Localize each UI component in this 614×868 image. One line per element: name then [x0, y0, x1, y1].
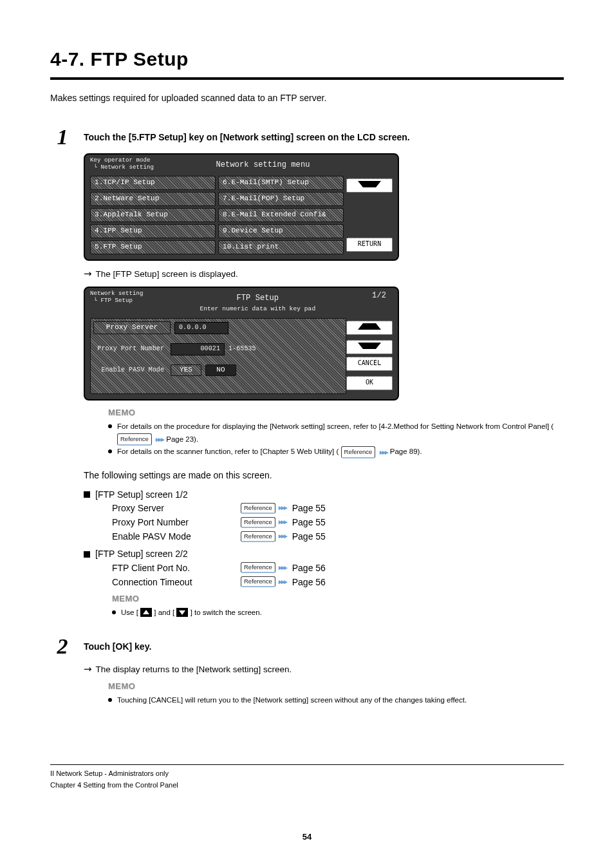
lcd1-breadcrumb: Key operator mode └ Network setting [90, 157, 154, 171]
memo-1-item-1-a: For details on the procedure for display… [117, 422, 554, 430]
step-1-number: 1 [50, 126, 75, 148]
title-rule [50, 77, 564, 80]
lcd1-list-print[interactable]: 10.List print [218, 240, 344, 254]
setting-timeout: Connection Timeout [112, 576, 241, 589]
memo-1-heading: MEMO [108, 407, 564, 419]
lcd2-proxy-port-value[interactable]: 00021 [171, 343, 225, 355]
result-line-2: → The display returns to the [Network se… [84, 663, 564, 677]
memo-2-pre: Use [ [121, 609, 138, 616]
result-text-1: The [FTP Setup] screen is displayed. [96, 268, 238, 281]
memo-2-heading: MEMO [112, 593, 564, 605]
intro-text: Makes settings required for uploaded sca… [50, 91, 564, 104]
reference-chevron-icon: ▸▸▸ [279, 563, 286, 573]
reference-badge[interactable]: Reference [241, 531, 275, 542]
reference-badge[interactable]: Reference [241, 517, 275, 528]
lcd2-page-down[interactable] [346, 340, 393, 354]
lcd2-pasv-no[interactable]: NO [205, 364, 236, 376]
lcd2-proxy-port-label: Proxy Port Number [93, 344, 167, 354]
step-1-instruction: Touch the [5.FTP Setup] key on [Network … [84, 131, 410, 144]
lcd2-proxy-server-label[interactable]: Proxy Server [93, 321, 171, 334]
lcd1-email-smtp-setup[interactable]: 6.E-Mail(SMTP) Setup [218, 176, 344, 190]
right-arrow-icon: → [84, 267, 92, 281]
step-1-row: 1 Touch the [5.FTP Setup] key on [Networ… [50, 126, 564, 148]
reference-chevron-icon: ▸▸▸ [279, 531, 286, 542]
reference-badge[interactable]: Reference [117, 433, 152, 446]
section-2-label: [FTP Setup] screen 2/2 [84, 547, 564, 560]
arrow-down-icon [358, 181, 381, 187]
right-arrow-icon: → [84, 663, 92, 677]
arrow-up-icon [140, 608, 152, 617]
footer-line-1: II Network Setup - Administrators only [50, 769, 564, 779]
reference-chevron-icon: ▸▸▸ [279, 577, 286, 587]
setting-proxy-server-page: Page 55 [292, 502, 326, 514]
setting-client-port: FTP Client Port No. [112, 561, 241, 574]
lcd2-proxy-server-value[interactable]: 0.0.0.0 [174, 322, 228, 334]
lcd1-device-setup[interactable]: 9.Device Setup [218, 224, 344, 238]
lcd2-proxy-port-range: 1-65535 [228, 344, 256, 354]
lcd2-page-indicator: 1/2 [372, 290, 391, 301]
step-2-instruction: Touch [OK] key. [84, 640, 151, 653]
lcd-ftp-setup: Network setting └ FTP Setup FTP Setup En… [84, 287, 399, 401]
lcd2-title: FTP Setup [236, 294, 279, 303]
lcd1-ipp-setup[interactable]: 4.IPP Setup [90, 224, 216, 238]
step-2-number: 2 [50, 636, 75, 657]
setting-proxy-server: Proxy Server [112, 502, 241, 514]
memo-1: MEMO For details on the procedure for di… [108, 407, 564, 458]
lcd1-ftp-setup[interactable]: 5.FTP Setup [90, 240, 216, 254]
reference-chevron-icon: ▸▸▸ [380, 446, 387, 458]
lcd1-page-down[interactable] [346, 178, 393, 193]
memo-2-post: ] to switch the screen. [191, 609, 262, 616]
reference-badge[interactable]: Reference [241, 503, 275, 514]
settings-intro: The following settings are made on this … [84, 469, 564, 482]
memo-3-item: Touching [CANCEL] will return you to the… [108, 694, 564, 707]
result-line-1: → The [FTP Setup] screen is displayed. [84, 267, 564, 281]
reference-chevron-icon: ▸▸▸ [279, 517, 286, 527]
setting-pasv-mode-page: Page 55 [292, 530, 326, 543]
reference-badge[interactable]: Reference [241, 562, 275, 573]
lcd1-email-extended[interactable]: 8.E-Mail Extended Confi& [218, 208, 344, 222]
setting-proxy-port: Proxy Port Number [112, 516, 241, 529]
section-2-rows: FTP Client Port No. Reference▸▸▸ Page 56… [112, 561, 564, 589]
lcd1-tcpip-setup[interactable]: 1.TCP/IP Setup [90, 176, 216, 190]
section-1-text: [FTP Setup] screen 1/2 [95, 488, 188, 501]
result-text-2: The display returns to the [Network sett… [96, 663, 292, 676]
page-number: 54 [302, 831, 312, 844]
page-title: 4-7. FTP Setup [50, 45, 564, 73]
lcd1-email-pop-setup[interactable]: 7.E-Mail(POP) Setup [218, 192, 344, 206]
memo-1-item-2-a: For details on the scanner function, ref… [117, 448, 339, 455]
reference-badge[interactable]: Reference [341, 446, 376, 458]
lcd2-page-up[interactable] [346, 321, 393, 335]
lcd1-netware-setup[interactable]: 2.NetWare Setup [90, 192, 216, 206]
reference-chevron-icon: ▸▸▸ [279, 503, 286, 513]
memo-3-heading: MEMO [108, 681, 564, 693]
lcd2-cancel-button[interactable]: CANCEL [346, 357, 393, 371]
lcd2-breadcrumb: Network setting └ FTP Setup [90, 290, 144, 305]
arrow-down-icon [358, 343, 381, 349]
memo-1-item-2: For details on the scanner function, ref… [108, 446, 564, 458]
memo-3: MEMO Touching [CANCEL] will return you t… [108, 681, 564, 706]
memo-1-item-2-b: Page 89). [390, 448, 422, 455]
memo-2: MEMO Use [ ] and [ ] to switch the scree… [112, 593, 564, 619]
black-square-icon [84, 491, 90, 498]
lcd1-return-button[interactable]: RETURN [346, 238, 393, 252]
footer-line-2: Chapter 4 Setting from the Control Panel [50, 780, 564, 791]
reference-chevron-icon: ▸▸▸ [156, 433, 163, 446]
arrow-up-icon [358, 323, 381, 330]
lcd2-subtitle: Enter numeric data with key pad [144, 305, 373, 314]
reference-badge[interactable]: Reference [241, 576, 275, 587]
black-square-icon [84, 551, 90, 558]
setting-proxy-port-page: Page 55 [292, 516, 326, 529]
setting-pasv-mode: Enable PASV Mode [112, 530, 241, 543]
section-2-text: [FTP Setup] screen 2/2 [95, 547, 188, 560]
lcd-network-menu: Key operator mode └ Network setting Netw… [84, 153, 399, 261]
arrow-down-icon [176, 608, 188, 617]
lcd2-pasv-yes[interactable]: YES [171, 364, 201, 376]
lcd2-ok-button[interactable]: OK [346, 376, 393, 390]
section-1-label: [FTP Setup] screen 1/2 [84, 488, 564, 501]
lcd2-pasv-label: Enable PASV Mode [93, 366, 167, 375]
section-1-rows: Proxy Server Reference▸▸▸ Page 55 Proxy … [112, 501, 564, 543]
memo-2-mid: ] and [ [154, 609, 174, 616]
memo-2-item: Use [ ] and [ ] to switch the screen. [112, 607, 564, 619]
lcd1-appletalk-setup[interactable]: 3.AppleTalk Setup [90, 208, 216, 222]
step-2-row: 2 Touch [OK] key. [50, 636, 564, 657]
